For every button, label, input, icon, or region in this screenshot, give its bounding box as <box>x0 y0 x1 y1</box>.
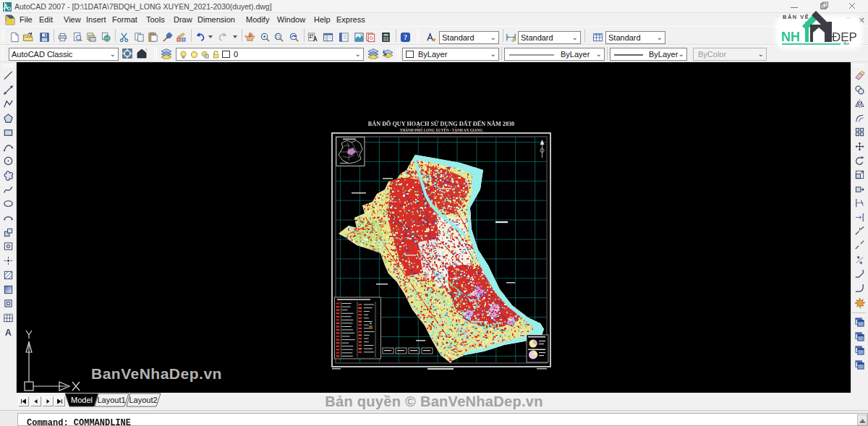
svg-text:BẢN VẼ: BẢN VẼ <box>783 14 809 20</box>
svg-text:ĐẸP: ĐẸP <box>832 30 857 44</box>
svg-text:THÀNH PHỐ LONG XUYÊN - TẶNH AN: THÀNH PHỐ LONG XUYÊN - TẶNH AN GIANG <box>400 127 482 132</box>
svg-text:NH: NH <box>781 30 800 44</box>
svg-text:BẢN ĐỒ QUY HOẠCH SỬ DỤNG ĐẤT Đ: BẢN ĐỒ QUY HOẠCH SỬ DỤNG ĐẤT ĐẾN NĂM 203… <box>368 120 514 127</box>
